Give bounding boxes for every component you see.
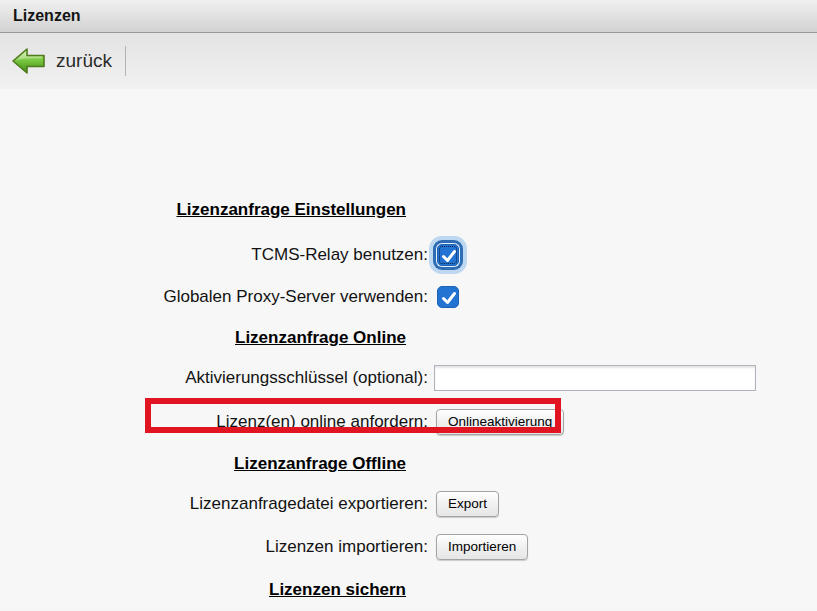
checkmark-icon [438,287,460,309]
activation-key-row: Aktivierungsschlüssel (optional): [0,365,756,391]
back-button[interactable]: zurück [10,45,112,78]
export-button[interactable]: Export [436,491,499,517]
online-request-label: Lizenz(en) online anfordern: [0,412,428,432]
license-settings-form: Lizenzanfrage Einstellungen TCMS-Relay b… [0,89,817,610]
import-row: Lizenzen importieren: Importieren [0,534,528,559]
activation-key-label: Aktivierungsschlüssel (optional): [0,368,428,388]
proxy-row: Globalen Proxy-Server verwenden: [0,286,459,308]
import-button[interactable]: Importieren [436,534,528,560]
tcms-relay-row: TCMS-Relay benutzen: [0,244,459,266]
proxy-checkbox[interactable] [437,286,459,308]
back-button-label: zurück [56,50,112,72]
activation-key-input[interactable] [434,365,756,391]
checkmark-icon [438,245,460,267]
section-heading-lizenzanfrage-offline: Lizenzanfrage Offline [0,454,406,474]
section-heading-lizenzanfrage-einstellungen: Lizenzanfrage Einstellungen [0,200,406,220]
export-label: Lizenzanfragedatei exportieren: [0,494,428,514]
import-label: Lizenzen importieren: [0,537,428,557]
online-request-row: Lizenz(en) online anfordern: Onlineaktiv… [0,409,564,434]
export-row: Lizenzanfragedatei exportieren: Export [0,492,499,516]
toolbar-separator [125,46,126,76]
section-heading-lizenzen-sichern: Lizenzen sichern [0,580,406,600]
back-arrow-icon [10,45,47,78]
tcms-relay-checkbox[interactable] [437,244,459,266]
page-title: Lizenzen [13,7,81,25]
toolbar: zurück [0,33,817,89]
section-heading-lizenzanfrage-online: Lizenzanfrage Online [0,328,406,348]
window-titlebar: Lizenzen [0,0,817,33]
proxy-label: Globalen Proxy-Server verwenden: [0,287,428,307]
online-activation-button[interactable]: Onlineaktivierung [436,409,564,435]
tcms-relay-label: TCMS-Relay benutzen: [0,245,428,265]
